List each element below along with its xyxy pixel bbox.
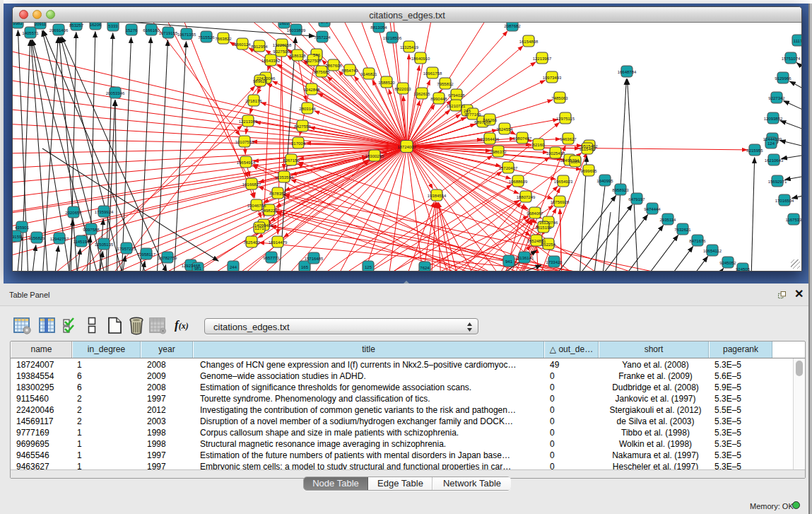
svg-text:18724007: 18724007	[397, 145, 416, 149]
svg-text:1640995: 1640995	[596, 179, 613, 183]
svg-text:18807249: 18807249	[517, 195, 536, 199]
svg-text:16210721: 16210721	[447, 104, 466, 108]
svg-text:8822013: 8822013	[394, 87, 411, 91]
svg-text:244: 244	[230, 265, 237, 269]
svg-text:10025438: 10025438	[546, 151, 565, 156]
svg-text:317004: 317004	[291, 141, 306, 146]
svg-text:8912954: 8912954	[251, 45, 268, 49]
svg-text:1603: 1603	[279, 23, 289, 25]
svg-text:8427552: 8427552	[294, 124, 311, 129]
svg-text:252254: 252254	[541, 243, 556, 247]
svg-text:17957225: 17957225	[117, 247, 136, 251]
svg-text:16782759: 16782759	[158, 256, 177, 260]
svg-text:16914479: 16914479	[269, 240, 288, 245]
svg-text:10688609: 10688609	[509, 180, 528, 184]
svg-text:7986372: 7986372	[490, 150, 507, 154]
svg-text:18640910: 18640910	[411, 57, 430, 61]
svg-text:10671355: 10671355	[177, 33, 196, 37]
svg-text:1733426: 1733426	[546, 260, 563, 264]
svg-text:9474444: 9474444	[644, 207, 661, 211]
svg-text:19654923: 19654923	[554, 180, 573, 184]
svg-text:9983: 9983	[13, 23, 23, 25]
svg-text:12505135: 12505135	[95, 243, 114, 247]
svg-text:1145194: 1145194	[73, 240, 90, 244]
svg-text:9242848: 9242848	[303, 88, 320, 92]
svg-text:8471676: 8471676	[689, 239, 706, 243]
svg-text:3624554: 3624554	[496, 127, 513, 132]
svg-text:9684067: 9684067	[526, 211, 543, 216]
svg-text:15276: 15276	[126, 28, 138, 33]
svg-text:8854749: 8854749	[341, 69, 358, 73]
svg-text:18300295: 18300295	[365, 154, 384, 158]
svg-text:6166160: 6166160	[143, 28, 160, 33]
svg-text:2803144: 2803144	[299, 107, 316, 111]
svg-text:10107553: 10107553	[235, 140, 254, 144]
svg-text:9884: 9884	[570, 160, 580, 164]
svg-text:3498222: 3498222	[261, 209, 278, 213]
svg-text:10958117: 10958117	[137, 252, 156, 257]
svg-text:12093852: 12093852	[764, 117, 783, 121]
svg-text:20053346: 20053346	[106, 91, 125, 95]
svg-text:8813054: 8813054	[370, 25, 387, 30]
svg-text:39159: 39159	[13, 235, 22, 239]
svg-text:8678352: 8678352	[269, 192, 286, 196]
svg-text:9777169: 9777169	[464, 112, 481, 117]
svg-text:941: 941	[505, 259, 513, 264]
svg-text:8267150: 8267150	[283, 158, 300, 163]
svg-text:12213369: 12213369	[239, 119, 258, 124]
svg-text:16543382: 16543382	[261, 59, 281, 63]
svg-text:15136141: 15136141	[515, 256, 534, 260]
svg-text:1405571: 1405571	[22, 31, 39, 35]
svg-text:9245052: 9245052	[719, 261, 736, 265]
svg-text:165: 165	[301, 265, 309, 269]
svg-text:15720407: 15720407	[499, 166, 518, 170]
svg-text:10756928: 10756928	[551, 200, 570, 204]
svg-text:981: 981	[194, 267, 202, 271]
svg-text:7515526: 7515526	[198, 35, 215, 40]
svg-text:7632621: 7632621	[674, 228, 691, 232]
svg-text:1156829: 1156829	[29, 236, 46, 240]
svg-text:19654914: 19654914	[237, 160, 256, 165]
svg-text:8958923: 8958923	[612, 188, 629, 192]
svg-text:1615192: 1615192	[535, 226, 552, 230]
svg-text:10973493: 10973493	[543, 76, 562, 80]
svg-text:6479197: 6479197	[628, 197, 645, 201]
svg-text:8660124: 8660124	[234, 42, 251, 47]
svg-text:7625402: 7625402	[243, 240, 260, 245]
svg-text:19218506: 19218506	[383, 36, 402, 40]
svg-text:6794028: 6794028	[448, 93, 465, 98]
svg-text:9657771: 9657771	[263, 256, 280, 260]
svg-text:435901: 435901	[15, 226, 30, 230]
svg-text:15692971: 15692971	[768, 180, 787, 184]
svg-text:989626: 989626	[253, 79, 268, 83]
svg-text:2020657: 2020657	[65, 211, 82, 215]
svg-text:10046786: 10046786	[247, 204, 266, 208]
svg-text:8186328: 8186328	[289, 54, 306, 58]
svg-text:2718176: 2718176	[245, 99, 262, 103]
svg-text:8215955: 8215955	[746, 148, 763, 153]
svg-text:12213967: 12213967	[533, 57, 552, 61]
svg-text:20911: 20911	[35, 23, 47, 26]
svg-text:19384554: 19384554	[428, 194, 447, 198]
svg-text:1117: 1117	[794, 39, 801, 43]
svg-text:9129966: 9129966	[775, 76, 792, 81]
svg-text:12975115: 12975115	[556, 117, 575, 121]
svg-text:1588520: 1588520	[378, 81, 395, 85]
svg-text:19166827: 19166827	[242, 182, 261, 187]
svg-text:16206: 16206	[90, 23, 102, 27]
svg-text:9463627: 9463627	[560, 137, 577, 141]
svg-text:16210643: 16210643	[765, 158, 784, 163]
svg-text:7357224: 7357224	[314, 35, 331, 40]
svg-text:9227342: 9227342	[768, 96, 785, 100]
svg-text:16120746: 16120746	[539, 221, 558, 225]
svg-text:7624: 7624	[420, 266, 430, 270]
svg-text:124: 124	[767, 141, 775, 146]
svg-text:9327508: 9327508	[305, 59, 322, 63]
svg-text:1271: 1271	[254, 226, 264, 230]
svg-text:9115460: 9115460	[579, 147, 596, 151]
svg-text:8990448: 8990448	[430, 97, 447, 101]
svg-text:3875685: 3875685	[313, 70, 330, 74]
svg-text:746266: 746266	[483, 118, 498, 122]
svg-text:9397588: 9397588	[83, 228, 100, 232]
svg-text:9699695: 9699695	[580, 169, 597, 173]
